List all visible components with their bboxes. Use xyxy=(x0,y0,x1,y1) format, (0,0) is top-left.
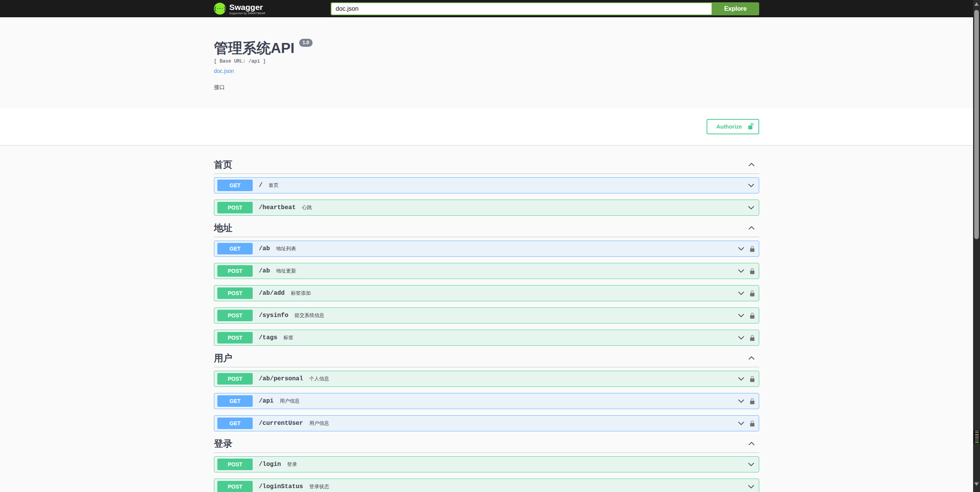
minimap-mark xyxy=(975,432,979,433)
operation-summary: 登录状态 xyxy=(309,483,329,490)
chevron-down-icon[interactable] xyxy=(737,245,745,253)
chevron-down-icon[interactable] xyxy=(737,289,745,297)
section-rows: POST /login 登录 POST /loginStatus 登录状态 xyxy=(214,456,759,492)
operation-row[interactable]: POST /loginStatus 登录状态 xyxy=(214,479,759,492)
api-section: 登录 POST /login 登录 POST /loginStatus 登录状态 xyxy=(214,438,759,492)
chevron-up-icon[interactable] xyxy=(748,161,755,168)
lock-icon[interactable] xyxy=(750,335,755,341)
operation-path: /ab/personal xyxy=(259,375,303,382)
topbar-inner: {···} Swagger Supported by SMARTBEAR Exp… xyxy=(214,0,759,17)
operation-row[interactable]: POST /login 登录 xyxy=(214,456,759,472)
scrollbar-thumb[interactable] xyxy=(974,10,979,239)
section-title: 首页 xyxy=(214,158,232,171)
row-controls xyxy=(737,419,755,427)
operation-row[interactable]: GET /ab 地址列表 xyxy=(214,241,759,257)
method-badge: POST xyxy=(217,373,253,385)
section-header[interactable]: 登录 xyxy=(214,438,759,453)
api-title-row: 管理系统API 1.0 xyxy=(214,41,759,56)
minimap-mark xyxy=(975,439,979,439)
section-rows: GET /ab 地址列表 POST /ab 地址更新 xyxy=(214,241,759,346)
operation-summary: 提交系统信息 xyxy=(295,312,324,319)
chevron-up-icon[interactable] xyxy=(748,354,755,362)
method-badge: GET xyxy=(217,395,253,407)
explore-button[interactable]: Explore xyxy=(712,2,759,15)
chevron-down-icon[interactable] xyxy=(737,267,745,275)
operation-summary: 用户信息 xyxy=(280,398,300,404)
swagger-logo[interactable]: {···} Swagger Supported by SMARTBEAR xyxy=(214,3,265,15)
operation-summary: 地址更新 xyxy=(276,267,296,274)
operation-row[interactable]: POST /heartbeat 心跳 xyxy=(214,200,759,216)
operation-summary: 标签 xyxy=(283,334,293,341)
chevron-down-icon[interactable] xyxy=(737,397,745,405)
row-controls xyxy=(737,267,755,275)
method-badge: POST xyxy=(217,459,253,470)
swagger-logo-text: Swagger xyxy=(229,3,265,12)
operation-row[interactable]: POST /ab/add 标签添加 xyxy=(214,285,759,301)
method-badge: POST xyxy=(217,481,253,492)
row-controls xyxy=(747,461,755,468)
row-controls xyxy=(737,245,755,253)
api-section: 用户 POST /ab/personal 个人信息 xyxy=(214,352,759,431)
method-badge: POST xyxy=(217,310,253,321)
lock-icon[interactable] xyxy=(750,312,755,319)
lock-icon[interactable] xyxy=(750,376,755,382)
chevron-down-icon[interactable] xyxy=(747,182,755,189)
method-badge: POST xyxy=(217,265,253,277)
operation-path: /heartbeat xyxy=(259,204,296,211)
chevron-down-icon[interactable] xyxy=(747,204,755,211)
api-section: 首页 GET / 首页 POST /heartbeat 心跳 xyxy=(214,158,759,216)
scroll-up-arrow-icon[interactable] xyxy=(974,2,979,6)
operation-row[interactable]: GET /api 用户信息 xyxy=(214,393,759,409)
chevron-up-icon[interactable] xyxy=(748,440,755,447)
operation-row[interactable]: POST /ab/personal 个人信息 xyxy=(214,371,759,387)
section-title: 用户 xyxy=(214,352,232,364)
section-header[interactable]: 用户 xyxy=(214,352,759,367)
lock-icon[interactable] xyxy=(750,246,755,252)
section-title: 地址 xyxy=(214,222,232,234)
section-title: 登录 xyxy=(214,438,232,450)
scroll-minimap-widget[interactable] xyxy=(973,430,980,444)
operation-row[interactable]: GET /currentUser 用户信息 xyxy=(214,415,759,431)
lock-icon[interactable] xyxy=(750,290,755,297)
chevron-down-icon[interactable] xyxy=(747,483,755,490)
chevron-down-icon[interactable] xyxy=(737,375,745,383)
operation-row[interactable]: POST /sysinfo 提交系统信息 xyxy=(214,307,759,324)
authorize-button[interactable]: Authorize xyxy=(707,119,759,134)
row-controls xyxy=(737,334,755,342)
section-header[interactable]: 首页 xyxy=(214,158,759,174)
method-badge: POST xyxy=(217,202,253,213)
lock-icon[interactable] xyxy=(750,398,755,404)
section-header[interactable]: 地址 xyxy=(214,222,759,237)
chevron-down-icon[interactable] xyxy=(737,419,745,427)
minimap-mark-orange xyxy=(975,434,979,435)
api-description: 接口 xyxy=(214,84,759,91)
row-controls xyxy=(747,204,755,211)
operation-row[interactable]: POST /tags 标签 xyxy=(214,330,759,346)
operation-path: /ab/add xyxy=(259,290,285,297)
operation-row[interactable]: GET / 首页 xyxy=(214,177,759,193)
chevron-down-icon[interactable] xyxy=(737,312,745,319)
minimap-mark xyxy=(975,441,979,441)
operation-path: /api xyxy=(259,398,273,404)
scheme-container: Authorize xyxy=(0,108,980,145)
operation-path: /ab xyxy=(259,267,270,274)
operation-path: /loginStatus xyxy=(259,483,303,490)
chevron-down-icon[interactable] xyxy=(747,461,755,468)
lock-icon[interactable] xyxy=(750,268,755,274)
method-badge: GET xyxy=(217,243,253,254)
method-badge: POST xyxy=(217,287,253,299)
chevron-down-icon[interactable] xyxy=(737,334,745,342)
operation-path: /ab xyxy=(259,245,270,252)
lock-icon[interactable] xyxy=(750,420,755,427)
minimap-mark xyxy=(975,431,979,431)
operation-summary: 标签添加 xyxy=(291,290,311,297)
scrollbar-track[interactable] xyxy=(973,0,980,492)
spec-url-input[interactable] xyxy=(331,2,712,15)
doc-json-link[interactable]: doc.json xyxy=(214,68,234,74)
chevron-up-icon[interactable] xyxy=(748,224,755,232)
scroll-down-arrow-icon[interactable] xyxy=(974,482,979,486)
topbar: {···} Swagger Supported by SMARTBEAR Exp… xyxy=(0,0,980,17)
operation-summary: 心跳 xyxy=(302,204,312,211)
minimap-mark xyxy=(975,437,979,438)
operation-row[interactable]: POST /ab 地址更新 xyxy=(214,263,759,279)
